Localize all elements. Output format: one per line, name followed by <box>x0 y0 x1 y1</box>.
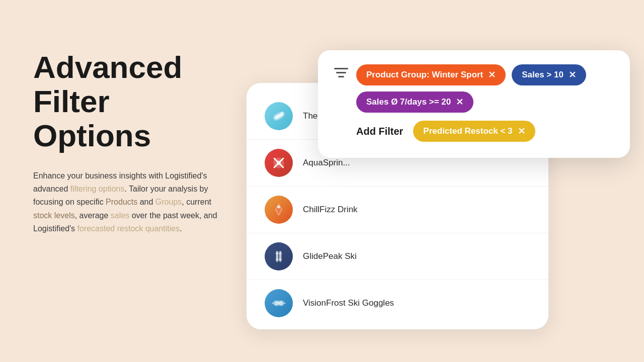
product-icon-mint <box>265 102 293 130</box>
filter-tags-top: Product Group: Winter Sport ✕ Sales > 10… <box>356 64 614 113</box>
link-filtering-options: filtering options <box>70 185 125 193</box>
link-stock-levels: stock levels <box>33 211 75 220</box>
tag-close-product-group[interactable]: ✕ <box>488 69 496 80</box>
tag-close-restock[interactable]: ✕ <box>518 126 525 137</box>
svg-rect-21 <box>336 72 346 73</box>
svg-rect-11 <box>279 251 282 262</box>
tag-sales-avg[interactable]: Sales Ø 7/days >= 20 ✕ <box>356 92 473 113</box>
svg-rect-17 <box>278 302 279 304</box>
left-section: Advanced Filter Options Enhance your bus… <box>33 50 224 236</box>
link-products: Products <box>106 198 137 206</box>
description: Enhance your business insights with Logi… <box>33 169 224 236</box>
svg-rect-18 <box>272 303 274 304</box>
product-name: GlidePeak Ski <box>303 251 357 261</box>
product-name: VisionFrost Ski Goggles <box>303 298 394 308</box>
list-item[interactable]: ChillFizz Drink <box>247 186 548 233</box>
add-filter-label[interactable]: Add Filter <box>356 126 403 137</box>
product-icon-glide <box>265 242 293 270</box>
main-heading: Advanced Filter Options <box>33 50 224 153</box>
svg-rect-22 <box>338 76 344 77</box>
link-avg-sales: sales <box>111 211 129 220</box>
tag-restock[interactable]: Predicted Restock < 3 ✕ <box>413 121 535 142</box>
svg-point-6 <box>277 161 281 165</box>
product-name: ChillFizz Drink <box>303 205 358 215</box>
svg-rect-19 <box>284 303 286 304</box>
svg-point-9 <box>277 206 280 208</box>
svg-point-16 <box>279 301 283 306</box>
svg-rect-13 <box>276 259 282 260</box>
svg-point-2 <box>281 112 284 115</box>
tag-close-sales-avg[interactable]: ✕ <box>456 97 463 108</box>
svg-rect-10 <box>276 251 279 262</box>
filter-card: Product Group: Winter Sport ✕ Sales > 10… <box>318 50 630 158</box>
filter-lines-icon <box>334 67 348 80</box>
tag-product-group[interactable]: Product Group: Winter Sport ✕ <box>356 64 506 85</box>
svg-rect-20 <box>334 68 348 69</box>
link-groups: Groups <box>155 198 182 206</box>
product-icon-chill <box>265 196 293 224</box>
list-item[interactable]: VisionFrost Ski Goggles <box>247 280 548 326</box>
tag-close-sales-gt10[interactable]: ✕ <box>569 69 576 80</box>
product-icon-aqua <box>265 149 293 177</box>
product-icon-vision <box>265 289 293 317</box>
svg-point-15 <box>274 301 279 306</box>
link-forecasted-restock: forecasted restock quantities <box>77 224 180 233</box>
add-filter-row: Add Filter Predicted Restock < 3 ✕ <box>334 121 614 142</box>
svg-rect-12 <box>276 253 282 254</box>
list-item[interactable]: GlidePeak Ski <box>247 233 548 280</box>
tag-sales-gt10[interactable]: Sales > 10 ✕ <box>512 64 586 85</box>
filter-row-top: Product Group: Winter Sport ✕ Sales > 10… <box>334 64 614 113</box>
product-name: AquaSprin... <box>303 158 350 168</box>
